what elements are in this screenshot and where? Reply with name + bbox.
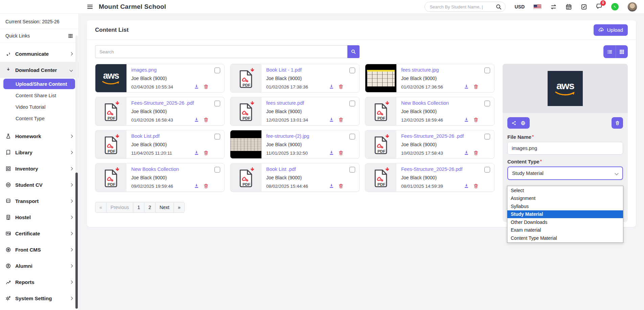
download-file-icon[interactable] bbox=[194, 183, 199, 189]
file-name-link[interactable]: images.png bbox=[131, 67, 220, 73]
delete-file-icon[interactable] bbox=[473, 117, 479, 123]
sidebar-item-library[interactable]: Library bbox=[0, 144, 78, 160]
share-button-group[interactable] bbox=[507, 117, 530, 129]
delete-file-icon[interactable] bbox=[338, 150, 344, 156]
dropdown-option[interactable]: Assignment bbox=[507, 195, 623, 203]
sidebar-item-reports[interactable]: Reports bbox=[0, 274, 78, 290]
content-card[interactable]: PDF aws bbox=[365, 163, 495, 192]
file-name-link[interactable]: Fees-Structure_2025-26.pdf bbox=[401, 166, 489, 172]
sidebar-subitem[interactable]: Video Tutorial bbox=[3, 102, 75, 112]
dropdown-option[interactable]: Syllabus bbox=[507, 202, 623, 210]
download-file-icon[interactable] bbox=[464, 150, 469, 156]
download-file-icon[interactable] bbox=[194, 84, 199, 89]
card-checkbox[interactable] bbox=[214, 101, 220, 106]
exchange-icon[interactable] bbox=[550, 4, 557, 10]
card-checkbox[interactable] bbox=[349, 101, 355, 106]
download-file-icon[interactable] bbox=[464, 183, 469, 189]
sidebar-subitem[interactable]: Upload/Share Content bbox=[3, 79, 75, 89]
content-card[interactable]: PDF aws bbox=[230, 163, 360, 192]
delete-file-icon[interactable] bbox=[338, 117, 344, 123]
file-name-link[interactable]: New Books Collection bbox=[131, 166, 220, 172]
sidebar-item-system-setting[interactable]: System Setting bbox=[0, 290, 78, 306]
sidebar-item-certificate[interactable]: Certificate bbox=[0, 225, 78, 241]
file-name-link[interactable]: fee-structure-(2).jpg bbox=[266, 133, 354, 139]
upload-button[interactable]: Upload bbox=[594, 24, 628, 36]
dropdown-option[interactable]: Exam material bbox=[507, 226, 623, 234]
content-card[interactable]: PDF aws bbox=[230, 97, 360, 126]
file-name-link[interactable]: fees structure.jpg bbox=[401, 67, 489, 73]
content-card[interactable]: PDF aws bbox=[95, 64, 225, 93]
sidebar-item-download-center[interactable]: Download Center bbox=[0, 62, 78, 78]
file-name-link[interactable]: Book List.pdf bbox=[131, 133, 220, 139]
content-card[interactable]: PDF aws bbox=[230, 130, 360, 159]
sidebar-item-homework[interactable]: Homework bbox=[0, 128, 78, 144]
card-checkbox[interactable] bbox=[349, 167, 355, 173]
delete-file-icon[interactable] bbox=[203, 117, 209, 123]
task-check-icon[interactable] bbox=[581, 4, 587, 10]
content-card[interactable]: PDF aws bbox=[365, 97, 495, 126]
content-type-select[interactable]: Study Material bbox=[507, 166, 623, 180]
download-file-icon[interactable] bbox=[329, 150, 334, 156]
card-checkbox[interactable] bbox=[484, 68, 490, 73]
file-name-link[interactable]: Book List .pdf bbox=[266, 166, 354, 172]
sidebar-item-alumni[interactable]: Alumni bbox=[0, 258, 78, 274]
download-file-icon[interactable] bbox=[329, 84, 334, 89]
download-file-icon[interactable] bbox=[194, 150, 199, 156]
language-flag-icon[interactable] bbox=[533, 4, 542, 9]
content-search-input[interactable] bbox=[95, 45, 347, 58]
grid-view-button[interactable] bbox=[616, 45, 628, 58]
delete-file-icon[interactable] bbox=[203, 183, 209, 189]
card-checkbox[interactable] bbox=[484, 134, 490, 139]
card-checkbox[interactable] bbox=[349, 134, 355, 139]
sidebar-item-communicate[interactable]: Communicate bbox=[0, 46, 78, 62]
sidebar-item-hostel[interactable]: Hostel bbox=[0, 209, 78, 225]
content-card[interactable]: PDF aws bbox=[365, 130, 495, 159]
list-view-button[interactable] bbox=[603, 45, 616, 58]
pagination-next[interactable]: Next bbox=[155, 202, 174, 213]
file-name-input[interactable] bbox=[507, 142, 623, 155]
messages-button[interactable]: 0 bbox=[596, 3, 602, 11]
sidebar-item-student-cv[interactable]: Student CV bbox=[0, 177, 78, 193]
sidebar-subitem[interactable]: Content Type bbox=[3, 113, 75, 124]
sidebar-item-front-cms[interactable]: Front CMS bbox=[0, 241, 78, 258]
card-checkbox[interactable] bbox=[214, 167, 220, 173]
delete-file-icon[interactable] bbox=[338, 84, 344, 89]
dropdown-option[interactable]: Select bbox=[507, 186, 623, 195]
download-file-icon[interactable] bbox=[194, 117, 199, 123]
content-card[interactable]: PDF aws bbox=[230, 64, 360, 93]
download-file-icon[interactable] bbox=[329, 183, 334, 189]
pagination-page[interactable]: 1 bbox=[133, 202, 144, 213]
delete-content-button[interactable] bbox=[612, 117, 623, 129]
content-card[interactable]: PDF aws bbox=[95, 163, 225, 192]
download-file-icon[interactable] bbox=[464, 117, 469, 123]
search-icon[interactable] bbox=[496, 4, 502, 10]
student-search-input[interactable] bbox=[430, 4, 493, 9]
card-checkbox[interactable] bbox=[484, 101, 490, 106]
quick-links-toggle[interactable]: Quick Links bbox=[0, 29, 78, 43]
delete-file-icon[interactable] bbox=[473, 84, 479, 89]
sidebar-item-transport[interactable]: Transport bbox=[0, 193, 78, 209]
delete-file-icon[interactable] bbox=[338, 183, 344, 189]
sidebar-scrollbar-thumb[interactable] bbox=[75, 173, 78, 309]
card-checkbox[interactable] bbox=[214, 68, 220, 73]
pagination-first[interactable]: « bbox=[95, 202, 107, 213]
card-checkbox[interactable] bbox=[484, 167, 490, 173]
dropdown-option[interactable]: Other Downloads bbox=[507, 218, 623, 226]
student-search-box[interactable] bbox=[424, 2, 506, 12]
sidebar-subitem[interactable]: Content Share List bbox=[3, 90, 75, 101]
delete-file-icon[interactable] bbox=[473, 183, 479, 189]
download-file-icon[interactable] bbox=[329, 117, 334, 123]
pagination-page[interactable]: 2 bbox=[144, 202, 156, 213]
content-search-button[interactable] bbox=[347, 45, 360, 58]
content-card[interactable]: PDF aws bbox=[365, 64, 495, 93]
card-checkbox[interactable] bbox=[349, 68, 355, 73]
file-name-link[interactable]: New Books Collection bbox=[401, 100, 489, 106]
menu-toggle-icon[interactable] bbox=[87, 5, 93, 9]
file-name-link[interactable]: Fees-Structure_2025-26 .pdf bbox=[131, 100, 220, 106]
download-file-icon[interactable] bbox=[464, 84, 469, 89]
file-name-link[interactable]: Book List - 1.pdf bbox=[266, 67, 354, 73]
pagination-previous[interactable]: Previous bbox=[106, 202, 133, 213]
dropdown-option[interactable]: Content Type Material bbox=[507, 234, 623, 242]
delete-file-icon[interactable] bbox=[203, 84, 209, 89]
file-name-link[interactable]: Fees-Structure_2025-26 .pdf bbox=[401, 133, 489, 139]
